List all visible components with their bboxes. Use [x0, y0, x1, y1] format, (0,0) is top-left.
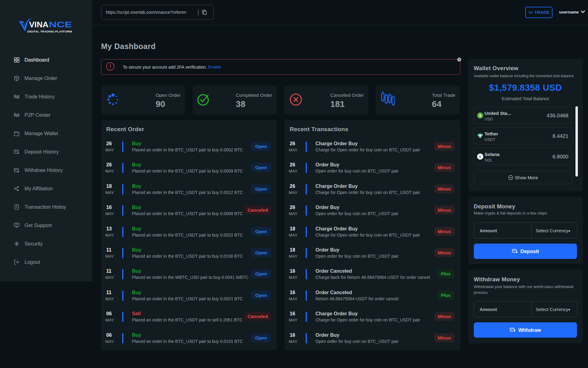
svg-text:VINA: VINA	[29, 20, 48, 29]
svg-text:NCE: NCE	[49, 20, 72, 29]
svg-text:DIGITAL TRADING PLATFORM: DIGITAL TRADING PLATFORM	[27, 30, 72, 33]
svg-text:$: $	[479, 114, 481, 117]
